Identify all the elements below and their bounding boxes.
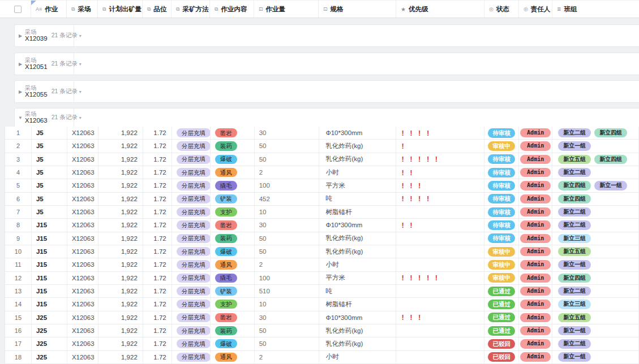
cell-spec[interactable]: 乳化炸药(kg) [319, 245, 397, 258]
cell-job[interactable]: J15 [32, 298, 67, 310]
cell-grade[interactable]: 1.72 [143, 337, 172, 350]
cell-status[interactable]: 待审核 [484, 127, 519, 139]
cell-teams[interactable]: 新立二组 [552, 166, 639, 179]
cell-job-content[interactable]: 支护 [211, 298, 255, 310]
cell-status[interactable]: 待审核 [484, 232, 519, 245]
cell-priority[interactable] [396, 324, 484, 337]
cell-stope[interactable]: X12063 [67, 272, 98, 284]
cell-grade[interactable]: 1.72 [143, 219, 172, 231]
select-all-checkbox[interactable] [14, 6, 22, 13]
cell-teams[interactable]: 新立二组 [552, 219, 639, 231]
cell-job-content[interactable]: 装药 [211, 324, 255, 337]
cell-grade[interactable]: 1.72 [143, 272, 172, 284]
cell-job[interactable]: J25 [32, 324, 67, 337]
cell-owner[interactable]: Admin [519, 245, 552, 258]
cell-grade[interactable]: 1.72 [143, 298, 172, 310]
cell-job[interactable]: J5 [32, 153, 67, 166]
cell-mining-method[interactable]: 分层充填 [172, 232, 211, 245]
cell-job-content[interactable]: 凿岩 [211, 311, 255, 324]
cell-job-content[interactable]: 凿岩 [211, 127, 255, 139]
cell-stope[interactable]: X12063 [67, 298, 98, 310]
cell-job[interactable]: J5 [32, 127, 67, 139]
cell-grade[interactable]: 1.72 [143, 166, 172, 179]
cell-planned-output[interactable]: 1,922 [98, 127, 143, 139]
group-row[interactable]: ▶采场X1205121 条记录 ▾ [14, 53, 639, 75]
cell-priority[interactable] [396, 206, 484, 218]
cell-priority[interactable]: !!!! [396, 193, 484, 205]
cell-workload[interactable]: 2 [255, 258, 319, 271]
cell-mining-method[interactable]: 分层充填 [172, 206, 211, 218]
cell-teams[interactable]: 新立四组新立一组 [552, 179, 639, 192]
cell-stope[interactable]: X12063 [67, 179, 98, 192]
cell-workload[interactable]: 100 [255, 272, 319, 284]
cell-teams[interactable]: 新立二组新立四组 [552, 127, 639, 139]
cell-planned-output[interactable]: 1,922 [98, 153, 143, 166]
cell-teams[interactable]: 新立五组 [552, 245, 639, 258]
cell-planned-output[interactable]: 1,922 [98, 232, 143, 245]
cell-job[interactable]: J15 [32, 219, 67, 231]
table-row[interactable]: 12J15X120631,9221.72分层充填撬毛100平方米!!!!!审核中… [5, 272, 639, 285]
cell-owner[interactable]: Admin [519, 127, 552, 139]
cell-job-content[interactable]: 爆破 [211, 245, 255, 258]
cell-spec[interactable]: 平方米 [319, 272, 397, 284]
cell-workload[interactable]: 50 [255, 324, 319, 337]
cell-stope[interactable]: X12063 [67, 245, 98, 258]
table-row[interactable]: 6J5X120631,9221.72分层充填铲装452吨!!!!待审核Admin… [5, 193, 639, 206]
cell-status[interactable]: 审核中 [484, 258, 519, 271]
table-row[interactable]: 18J25X120631,9221.72分层充填通风2小时已驳回Admin新立一… [5, 351, 639, 364]
table-row[interactable]: 14J15X120631,9221.72分层充填支护10树脂锚杆已通过Admin… [5, 298, 639, 311]
cell-stope[interactable]: X12063 [67, 351, 98, 363]
table-row[interactable]: 9J15X120631,9221.72分层充填装药50乳化炸药(kg)待审核Ad… [5, 232, 639, 245]
cell-teams[interactable]: 新立三组 [552, 298, 639, 310]
cell-job-content[interactable]: 装药 [211, 140, 255, 152]
cell-grade[interactable]: 1.72 [143, 153, 172, 166]
cell-spec[interactable]: 树脂锚杆 [319, 298, 397, 310]
table-row[interactable]: 7J5X120631,9221.72分层充填支护10树脂锚杆待审核Admin新立… [5, 206, 639, 219]
cell-workload[interactable]: 10 [255, 298, 319, 310]
cell-planned-output[interactable]: 1,922 [98, 140, 143, 152]
cell-mining-method[interactable]: 分层充填 [172, 153, 211, 166]
cell-status[interactable]: 待审核 [484, 166, 519, 179]
table-row[interactable]: 16J25X120631,9221.72分层充填装药50乳化炸药(kg)已通过A… [5, 324, 639, 337]
cell-owner[interactable]: Admin [519, 206, 552, 218]
cell-workload[interactable]: 50 [255, 245, 319, 258]
cell-teams[interactable]: 新立二组 [552, 337, 639, 350]
cell-spec[interactable]: Φ10*300mm [319, 311, 397, 324]
cell-job[interactable]: J5 [32, 166, 67, 179]
cell-stope[interactable]: X12063 [67, 324, 98, 337]
cell-mining-method[interactable]: 分层充填 [172, 166, 211, 179]
cell-mining-method[interactable]: 分层充填 [172, 311, 211, 324]
cell-priority[interactable]: !!!! [396, 127, 484, 139]
column-header-job[interactable]: A≡ 作业 [31, 1, 67, 18]
cell-stope[interactable]: X12063 [67, 127, 98, 139]
column-header-priority[interactable]: ★ 优先级 [396, 1, 484, 18]
cell-job[interactable]: J5 [32, 140, 67, 152]
column-header-stope[interactable]: ⧉ 采场 [67, 1, 98, 18]
cell-workload[interactable]: 50 [255, 232, 319, 245]
cell-workload[interactable]: 10 [255, 206, 319, 218]
cell-owner[interactable]: Admin [519, 258, 552, 271]
cell-grade[interactable]: 1.72 [143, 285, 172, 297]
cell-job-content[interactable]: 撬毛 [211, 179, 255, 192]
cell-priority[interactable]: !! [396, 166, 484, 179]
cell-stope[interactable]: X12063 [67, 219, 98, 231]
cell-status[interactable]: 待审核 [484, 193, 519, 205]
column-header-status[interactable]: ◎ 状态 [484, 1, 519, 18]
cell-grade[interactable]: 1.72 [143, 245, 172, 258]
cell-owner[interactable]: Admin [519, 140, 552, 152]
cell-owner[interactable]: Admin [519, 272, 552, 284]
cell-grade[interactable]: 1.72 [143, 127, 172, 139]
cell-spec[interactable]: 小时 [319, 258, 397, 271]
cell-job[interactable]: J15 [32, 232, 67, 245]
cell-status[interactable]: 已通过 [484, 311, 519, 324]
cell-stope[interactable]: X12063 [67, 193, 98, 205]
cell-stope[interactable]: X12063 [67, 285, 98, 297]
cell-teams[interactable]: 新立一组 [552, 258, 639, 271]
cell-grade[interactable]: 1.72 [143, 206, 172, 218]
column-header-spec[interactable]: ⊡ 规格 [319, 1, 396, 18]
cell-owner[interactable]: Admin [519, 232, 552, 245]
cell-job-content[interactable]: 通风 [211, 166, 255, 179]
cell-spec[interactable]: 吨 [319, 285, 397, 297]
cell-planned-output[interactable]: 1,922 [98, 324, 143, 337]
cell-spec[interactable]: 树脂锚杆 [319, 206, 397, 218]
